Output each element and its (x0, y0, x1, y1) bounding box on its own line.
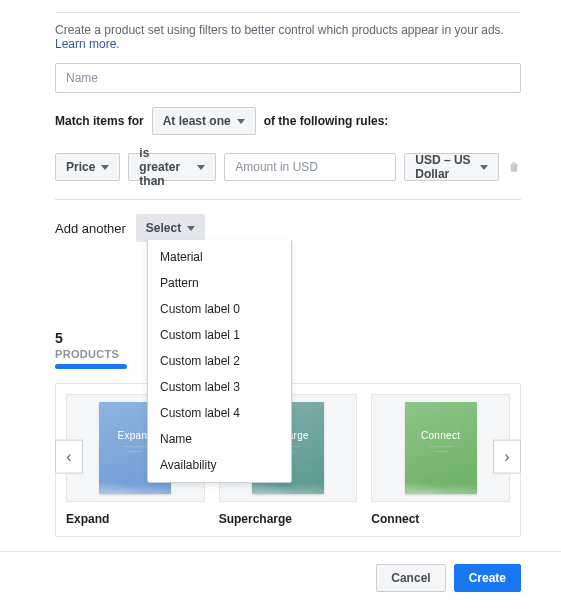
learn-more-link[interactable]: Learn more. (55, 37, 120, 51)
dropdown-option[interactable]: Custom label 4 (148, 400, 291, 426)
match-suffix: of the following rules: (264, 114, 389, 128)
rule-amount-input[interactable] (224, 153, 396, 181)
dropdown-option[interactable]: Custom label 2 (148, 348, 291, 374)
match-mode-select[interactable]: At least one (152, 107, 256, 135)
rule-operator-select[interactable]: is greater than (128, 153, 216, 181)
delete-rule-button[interactable] (507, 160, 521, 174)
rule-currency-select[interactable]: USD – US Dollar (404, 153, 499, 181)
chevron-down-icon (197, 165, 205, 170)
chevron-left-icon: ‹ (66, 448, 71, 466)
chevron-right-icon: › (504, 448, 509, 466)
product-title: Expand (66, 512, 205, 526)
chevron-down-icon (237, 119, 245, 124)
product-title: Supercharge (219, 512, 358, 526)
product-title: Connect (371, 512, 510, 526)
chevron-down-icon (101, 165, 109, 170)
carousel-next-button[interactable]: › (493, 440, 521, 474)
add-another-dropdown: MaterialPatternCustom label 0Custom labe… (147, 240, 292, 483)
cancel-button[interactable]: Cancel (376, 564, 445, 592)
dropdown-option[interactable]: Custom label 3 (148, 374, 291, 400)
product-thumbnail: Connect·································… (371, 394, 510, 502)
add-another-label: Add another (55, 221, 126, 236)
rule-field-select[interactable]: Price (55, 153, 120, 181)
add-another-select[interactable]: Select (136, 214, 205, 242)
chevron-down-icon (187, 226, 195, 231)
dropdown-option[interactable]: Custom label 0 (148, 296, 291, 322)
name-input[interactable] (55, 63, 521, 93)
carousel-prev-button[interactable]: ‹ (55, 440, 83, 474)
dropdown-option[interactable]: Pattern (148, 270, 291, 296)
dropdown-option[interactable]: Name (148, 426, 291, 452)
dropdown-option[interactable]: Availability (148, 452, 291, 478)
dropdown-option[interactable]: Custom label 1 (148, 322, 291, 348)
create-button[interactable]: Create (454, 564, 521, 592)
dropdown-option[interactable]: Material (148, 244, 291, 270)
progress-bar (55, 364, 127, 369)
intro-text: Create a product set using filters to be… (55, 23, 521, 51)
chevron-down-icon (480, 165, 488, 170)
match-prefix: Match items for (55, 114, 144, 128)
product-card[interactable]: Connect·································… (371, 394, 510, 526)
